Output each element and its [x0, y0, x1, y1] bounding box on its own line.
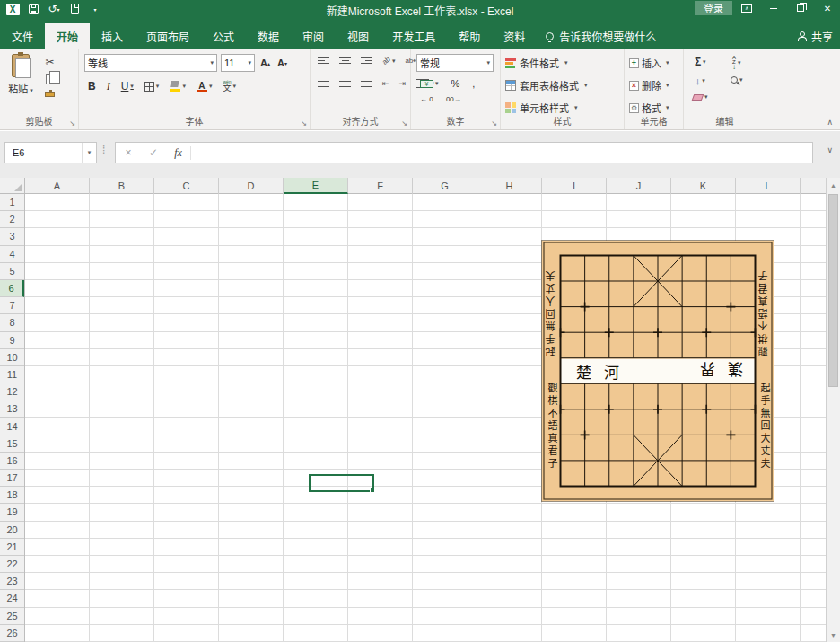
cancel-icon[interactable]: ×: [116, 146, 141, 159]
decrease-decimal-button[interactable]: .00→: [442, 94, 463, 104]
row-header-21[interactable]: 21: [0, 539, 24, 556]
font-size-combo[interactable]: 11▾: [221, 54, 255, 72]
new-document-icon[interactable]: [67, 3, 82, 15]
row-header-14[interactable]: 14: [0, 418, 24, 435]
increase-font-size-button[interactable]: A▴: [258, 57, 272, 69]
increase-indent-button[interactable]: ⇥: [398, 78, 408, 89]
number-format-combo[interactable]: 常规▾: [416, 54, 494, 72]
column-header-J[interactable]: J: [607, 178, 671, 194]
clipboard-dialog-launcher-icon[interactable]: ↘: [69, 119, 75, 128]
percent-style-button[interactable]: %: [450, 77, 462, 90]
fill-color-button[interactable]: [168, 80, 188, 92]
row-header-23[interactable]: 23: [0, 573, 24, 590]
column-header-F[interactable]: F: [348, 178, 413, 194]
comma-style-button[interactable]: ,: [470, 77, 477, 90]
column-header-H[interactable]: H: [477, 178, 542, 194]
name-box-chevron-icon[interactable]: ▾: [82, 143, 96, 163]
share-button[interactable]: 共享: [797, 23, 833, 49]
delete-cells-button[interactable]: × 删除: [629, 75, 669, 95]
excel-logo-icon[interactable]: X: [5, 3, 20, 15]
column-header-D[interactable]: D: [219, 178, 284, 194]
font-name-combo[interactable]: 等线▾: [84, 54, 217, 72]
tab-开发工具[interactable]: 开发工具: [381, 23, 447, 49]
enter-icon[interactable]: ✓: [141, 146, 166, 159]
row-header-7[interactable]: 7: [0, 297, 24, 314]
tab-页面布局[interactable]: 页面布局: [135, 23, 201, 49]
formula-bar-splitter[interactable]: ⁞: [102, 144, 105, 156]
scroll-down-arrow-icon[interactable]: ▼: [827, 628, 840, 642]
column-header-E[interactable]: E: [284, 178, 348, 194]
tab-视图[interactable]: 视图: [336, 23, 381, 49]
row-header-25[interactable]: 25: [0, 608, 24, 625]
underline-button[interactable]: U: [119, 79, 136, 93]
row-header-11[interactable]: 11: [0, 366, 24, 383]
row-header-3[interactable]: 3: [0, 228, 24, 245]
find-select-button[interactable]: [729, 75, 745, 84]
tab-资料[interactable]: 资料: [492, 23, 537, 49]
top-align-button[interactable]: [316, 57, 331, 65]
xiangqi-board-image[interactable]: 起手無回大丈夫 觀棋不語真君子 觀棋不語真君子 起手無回大丈夫 楚河 漢界: [542, 241, 774, 501]
tab-文件[interactable]: 文件: [0, 23, 45, 49]
column-header-A[interactable]: A: [25, 178, 90, 194]
autosum-button[interactable]: Σ: [691, 55, 710, 69]
bottom-align-button[interactable]: [359, 57, 374, 65]
align-right-button[interactable]: [359, 80, 374, 88]
column-header-B[interactable]: B: [90, 178, 154, 194]
fill-button[interactable]: ↓: [691, 75, 710, 87]
font-color-button[interactable]: A: [195, 80, 214, 93]
row-header-4[interactable]: 4: [0, 246, 24, 263]
row-header-20[interactable]: 20: [0, 522, 24, 539]
orientation-button[interactable]: ab: [381, 56, 397, 66]
column-header-K[interactable]: K: [671, 178, 736, 194]
paste-button[interactable]: 粘贴: [5, 54, 36, 115]
sign-in-button[interactable]: 登录: [695, 1, 732, 15]
borders-button[interactable]: [143, 81, 162, 92]
accounting-format-button[interactable]: ¥: [418, 79, 441, 89]
restore-button[interactable]: [788, 1, 813, 15]
column-header-C[interactable]: C: [154, 178, 219, 194]
customize-qat-chevron-icon[interactable]: ▾: [88, 3, 102, 15]
tab-审阅[interactable]: 审阅: [291, 23, 336, 49]
row-header-19[interactable]: 19: [0, 504, 24, 521]
font-dialog-launcher-icon[interactable]: ↘: [301, 119, 307, 128]
tab-数据[interactable]: 数据: [246, 23, 291, 49]
number-dialog-launcher-icon[interactable]: ↘: [491, 119, 497, 128]
tab-帮助[interactable]: 帮助: [447, 23, 492, 49]
align-left-button[interactable]: [316, 80, 331, 88]
column-header-G[interactable]: G: [413, 178, 477, 194]
copy-button[interactable]: [43, 73, 57, 85]
alignment-dialog-launcher-icon[interactable]: ↘: [401, 119, 407, 128]
bold-button[interactable]: B: [86, 79, 98, 93]
row-header-13[interactable]: 13: [0, 400, 24, 418]
row-header-15[interactable]: 15: [0, 435, 24, 453]
vertical-scrollbar-thumb[interactable]: [828, 194, 838, 387]
decrease-indent-button[interactable]: ⇤: [381, 78, 391, 89]
row-header-10[interactable]: 10: [0, 349, 24, 366]
row-header-22[interactable]: 22: [0, 556, 24, 573]
increase-decimal-button[interactable]: ←.0: [418, 94, 435, 104]
name-box[interactable]: E6 ▾: [4, 142, 97, 163]
cut-button[interactable]: ✂: [43, 55, 57, 69]
middle-align-button[interactable]: [337, 57, 353, 65]
ribbon-display-options-button[interactable]: [734, 1, 759, 15]
row-header-12[interactable]: 12: [0, 383, 24, 400]
sort-filter-button[interactable]: AZ: [729, 55, 745, 70]
column-header-partial[interactable]: [801, 178, 826, 194]
tab-开始[interactable]: 开始: [45, 23, 90, 49]
formula-input[interactable]: [191, 143, 812, 163]
row-header-26[interactable]: 26: [0, 625, 24, 642]
row-header-9[interactable]: 9: [0, 332, 24, 349]
align-center-button[interactable]: [337, 80, 353, 88]
scroll-up-arrow-icon[interactable]: ▲: [827, 178, 840, 192]
insert-cells-button[interactable]: + 插入: [629, 53, 669, 73]
decrease-font-size-button[interactable]: A▾: [276, 57, 289, 69]
tab-公式[interactable]: 公式: [201, 23, 246, 49]
row-header-16[interactable]: 16: [0, 453, 24, 470]
row-header-2[interactable]: 2: [0, 211, 24, 228]
row-header-17[interactable]: 17: [0, 470, 24, 487]
row-header-18[interactable]: 18: [0, 487, 24, 504]
tab-插入[interactable]: 插入: [90, 23, 135, 49]
format-painter-button[interactable]: [43, 89, 57, 98]
column-header-L[interactable]: L: [736, 178, 801, 194]
insert-function-icon[interactable]: fx: [166, 146, 191, 160]
